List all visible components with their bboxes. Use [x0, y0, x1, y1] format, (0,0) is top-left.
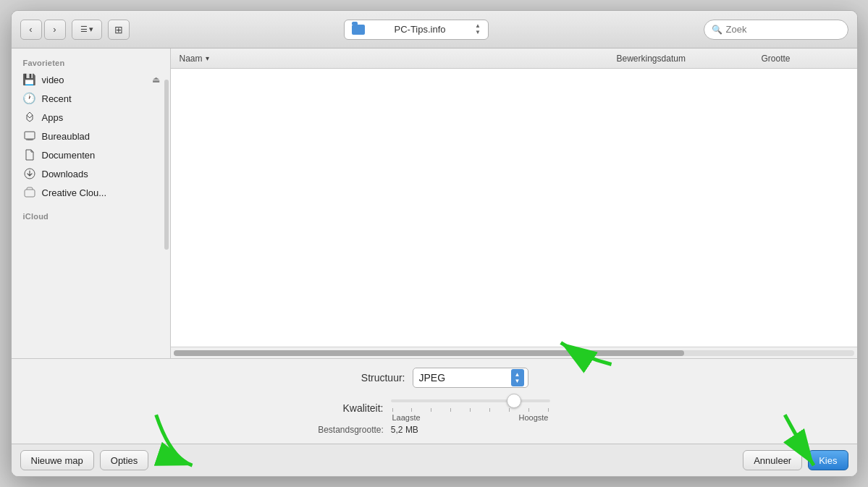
- annuleer-button[interactable]: Annuleer: [743, 450, 802, 470]
- tick: [392, 408, 393, 412]
- creative-cloud-icon: [23, 186, 36, 199]
- tick-marks: [391, 408, 550, 412]
- forward-button[interactable]: ›: [44, 20, 66, 40]
- format-label: Structuur:: [340, 372, 405, 384]
- tick: [528, 408, 529, 412]
- tick: [450, 408, 451, 412]
- filesize-label: Bestandsgrootte:: [318, 425, 384, 435]
- search-icon: 🔍: [712, 25, 722, 35]
- sidebar-item-documenten[interactable]: Documenten: [14, 145, 167, 164]
- tick: [470, 408, 471, 412]
- clock-icon: 🕐: [23, 92, 36, 105]
- toolbar: ‹ › ☰ ▾ ⊞ PC-Tips.info ▲ ▼ 🔍: [12, 11, 857, 48]
- quality-max-label: Hoogste: [519, 413, 549, 422]
- sidebar-label-bureaublad: Bureaublad: [42, 131, 90, 142]
- tick: [548, 408, 549, 412]
- filesize-value: 5,2 MB: [391, 425, 550, 435]
- format-row: Structuur: JPEG ▲ ▼: [26, 368, 843, 388]
- opties-button[interactable]: Opties: [100, 450, 149, 470]
- sidebar-scrollbar[interactable]: [164, 80, 169, 250]
- kies-button[interactable]: Kies: [808, 450, 848, 470]
- apps-icon: [23, 111, 36, 124]
- col-date-header[interactable]: Bewerkingsdatum: [617, 54, 762, 64]
- eject-icon[interactable]: ⏏: [152, 75, 160, 85]
- sidebar-section-favorites: Favorieten: [12, 54, 170, 70]
- sidebar-item-creative[interactable]: Creative Clou...: [14, 183, 167, 202]
- menu-button[interactable]: ☰ ▾: [72, 20, 102, 40]
- sidebar-item-downloads[interactable]: Downloads: [14, 164, 167, 183]
- right-actions: Annuleer Kies: [743, 450, 848, 470]
- left-actions: Nieuwe map Opties: [20, 450, 149, 470]
- sidebar-label-video: video: [42, 75, 64, 85]
- search-box[interactable]: 🔍: [704, 20, 848, 40]
- nav-buttons: ‹ ›: [20, 20, 66, 40]
- file-area: Naam ▾ Bewerkingsdatum Grootte: [171, 48, 857, 358]
- sidebar-section-icloud: iCloud: [12, 208, 170, 224]
- menu-arrow-icon: ▾: [89, 25, 93, 34]
- sidebar-label-apps: Apps: [42, 112, 64, 123]
- scroll-track: [174, 350, 854, 356]
- drive-icon: 💾: [23, 73, 36, 86]
- format-select-wrapper: JPEG ▲ ▼: [413, 368, 528, 388]
- actions-bar: Nieuwe map Opties Annuleer Kies: [12, 444, 857, 476]
- sidebar-label-creative: Creative Clou...: [42, 187, 107, 198]
- back-button[interactable]: ‹: [20, 20, 42, 40]
- slider-container: Laagste Hoogste: [391, 394, 550, 422]
- main-content: Favorieten 💾 video ⏏ 🕐 Recent: [12, 48, 857, 358]
- location-stepper: ▲ ▼: [475, 23, 481, 36]
- view-button[interactable]: ⊞: [108, 20, 130, 40]
- document-icon: [23, 148, 36, 161]
- tick: [411, 408, 412, 412]
- slider-labels: Laagste Hoogste: [391, 413, 550, 422]
- sort-arrow-icon: ▾: [206, 54, 209, 62]
- file-list-body: [171, 69, 857, 347]
- sidebar-item-recent[interactable]: 🕐 Recent: [14, 89, 167, 108]
- tick: [509, 408, 510, 412]
- format-select[interactable]: JPEG: [413, 368, 528, 388]
- location-bar: PC-Tips.info ▲ ▼: [135, 20, 698, 40]
- filesize-row: Bestandsgrootte: 5,2 MB: [26, 425, 843, 435]
- quality-row: Kwaliteit: Laagste: [26, 394, 843, 422]
- quality-slider[interactable]: [391, 399, 550, 402]
- sidebar-item-apps[interactable]: Apps: [14, 108, 167, 127]
- sidebar-item-video[interactable]: 💾 video ⏏: [14, 70, 167, 89]
- location-picker[interactable]: PC-Tips.info ▲ ▼: [344, 20, 489, 40]
- slider-track: [391, 394, 550, 408]
- desktop-icon: [23, 130, 36, 143]
- svg-rect-4: [25, 190, 35, 197]
- tick: [489, 408, 490, 412]
- sidebar-inner: Favorieten 💾 video ⏏ 🕐 Recent: [12, 48, 170, 358]
- col-name-header[interactable]: Naam ▾: [180, 54, 617, 64]
- sidebar-label-recent: Recent: [42, 93, 72, 104]
- sidebar: Favorieten 💾 video ⏏ 🕐 Recent: [12, 48, 171, 358]
- sidebar-label-documenten: Documenten: [42, 150, 96, 161]
- file-list-header: Naam ▾ Bewerkingsdatum Grootte: [171, 48, 857, 69]
- download-icon: [23, 167, 36, 180]
- scroll-thumb[interactable]: [174, 350, 684, 356]
- bottom-panel: Structuur: JPEG ▲ ▼ Kwaliteit:: [12, 358, 857, 444]
- folder-icon: [352, 25, 365, 35]
- location-text: PC-Tips.info: [369, 24, 471, 35]
- sidebar-label-downloads: Downloads: [42, 169, 88, 179]
- nieuwe-map-button[interactable]: Nieuwe map: [20, 450, 94, 470]
- horizontal-scrollbar[interactable]: [171, 347, 857, 358]
- tick: [431, 408, 431, 412]
- col-size-header[interactable]: Grootte: [762, 54, 848, 64]
- quality-min-label: Laagste: [392, 413, 421, 422]
- quality-label: Kwaliteit:: [319, 402, 384, 414]
- view-icon: ⊞: [114, 24, 123, 35]
- menu-icon: ☰: [80, 25, 88, 34]
- sidebar-item-bureaublad[interactable]: Bureaublad: [14, 127, 167, 145]
- svg-rect-0: [25, 132, 35, 139]
- search-input[interactable]: [726, 24, 835, 35]
